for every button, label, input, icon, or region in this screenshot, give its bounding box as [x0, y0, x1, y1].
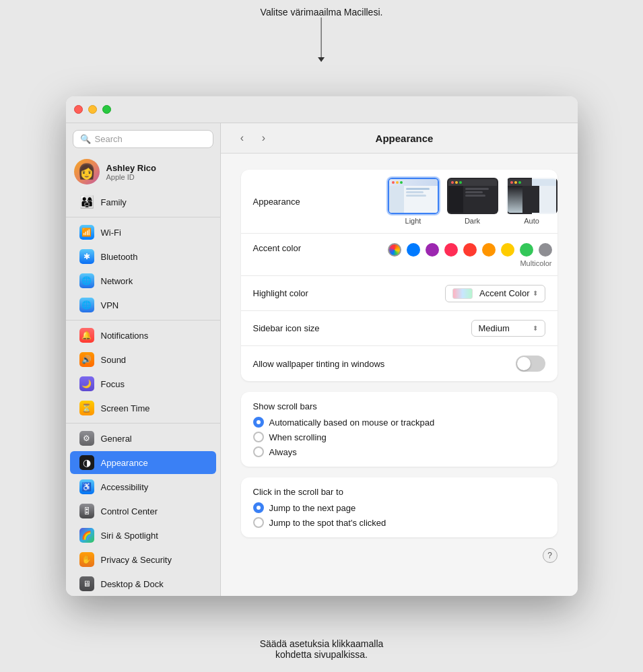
scroll-auto-radio[interactable]: [253, 417, 264, 428]
accent-red[interactable]: [463, 243, 477, 257]
accent-graphite[interactable]: [539, 243, 552, 257]
sidebar-profile[interactable]: 👩 Ashley Rico Apple ID: [66, 154, 220, 190]
wifi-icon: 📶: [79, 225, 94, 240]
sidebar-item-label-controlcenter: Control Center: [101, 506, 158, 516]
highlight-color-select[interactable]: Accent Color ⬍: [445, 285, 545, 302]
minimize-button[interactable]: [88, 105, 97, 114]
accent-blue[interactable]: [407, 243, 420, 257]
sidebar-item-label-desktop: Desktop & Dock: [101, 579, 164, 589]
scroll-always-radio[interactable]: [253, 446, 264, 457]
scroll-scrolling-radio[interactable]: [253, 432, 264, 442]
appearance-icon: ◑: [79, 455, 94, 470]
accent-sublabel: Multicolor: [520, 259, 551, 267]
divider2: [66, 320, 220, 321]
sidebar-icon-size-select[interactable]: Medium ⬍: [471, 320, 545, 337]
highlight-chevrons-icon: ⬍: [533, 290, 538, 297]
vpn-icon: 🌐: [79, 298, 94, 312]
nav-back-button[interactable]: ‹: [234, 130, 250, 146]
sidebar-item-wifi[interactable]: 📶 Wi-Fi: [70, 221, 216, 244]
desktop-icon: 🖥: [79, 576, 94, 591]
click-next-page-label: Jump to the next page: [269, 503, 356, 513]
sidebar-item-desktop[interactable]: 🖥 Desktop & Dock: [70, 572, 216, 595]
notifications-icon: 🔔: [79, 328, 94, 343]
privacy-icon: ✋: [79, 552, 94, 567]
appearance-thumb-dark[interactable]: [447, 178, 498, 214]
nav-forward-button[interactable]: ›: [256, 130, 272, 146]
click-spot-radio[interactable]: [253, 517, 264, 528]
accent-color-control: Multicolor: [388, 243, 552, 267]
appearance-thumb-auto[interactable]: [506, 178, 557, 214]
toggle-knob: [517, 357, 531, 370]
wallpaper-tinting-control: [516, 356, 545, 372]
sidebar-item-label-wifi: Wi-Fi: [101, 228, 121, 238]
maximize-button[interactable]: [102, 105, 111, 114]
accent-purple[interactable]: [426, 243, 439, 257]
family-icon: 👨‍👩‍👧: [79, 195, 94, 209]
help-button[interactable]: ?: [543, 548, 557, 563]
scroll-auto-label: Automatically based on mouse or trackpad: [269, 417, 435, 428]
content-header: ‹ › Appearance: [221, 123, 578, 154]
accent-colors: Multicolor: [388, 243, 552, 267]
sidebar-item-label-general: General: [101, 434, 132, 444]
appearance-section: Appearance: [241, 170, 557, 381]
scroll-always-option[interactable]: Always: [253, 446, 545, 457]
highlight-color-value: Accent Color: [479, 288, 529, 298]
sidebar-item-focus[interactable]: 🌙 Focus: [70, 372, 216, 395]
appearance-options-control: Light: [388, 178, 557, 225]
click-next-page-radio[interactable]: [253, 502, 264, 513]
sidebar-item-controlcenter[interactable]: 🎛 Control Center: [70, 500, 216, 523]
sidebar-item-privacy[interactable]: ✋ Privacy & Security: [70, 548, 216, 571]
sidebar-icon-size-row: Sidebar icon size Medium ⬍: [241, 311, 557, 346]
sidebar-item-label-siri: Siri & Spotlight: [101, 531, 158, 541]
divider3: [66, 423, 220, 424]
click-spot-option[interactable]: Jump to the spot that's clicked: [253, 517, 545, 528]
scroll-always-label: Always: [269, 447, 297, 457]
network-icon: 🌐: [79, 273, 94, 288]
search-box[interactable]: 🔍 Search: [73, 130, 213, 148]
sidebar-item-appearance[interactable]: ◑ Appearance: [70, 451, 216, 474]
close-button[interactable]: [74, 105, 83, 114]
sidebar-item-sound[interactable]: 🔊 Sound: [70, 348, 216, 371]
controlcenter-icon: 🎛: [79, 504, 94, 518]
scroll-scrolling-option[interactable]: When scrolling: [253, 432, 545, 442]
click-spot-label: Jump to the spot that's clicked: [269, 518, 386, 528]
appearance-thumb-light[interactable]: [388, 178, 439, 214]
accent-color-swatches: [388, 243, 552, 257]
sidebar-item-label-vpn: VPN: [101, 300, 119, 310]
appearance-option-light[interactable]: Light: [388, 178, 439, 225]
content-title: Appearance: [277, 133, 532, 144]
scroll-bars-label: Show scroll bars: [253, 401, 545, 411]
accent-yellow[interactable]: [501, 243, 514, 257]
sidebar-item-bluetooth[interactable]: ✱ Bluetooth: [70, 245, 216, 268]
sidebar-item-accessibility[interactable]: ♿ Accessibility: [70, 475, 216, 498]
sidebar-item-general[interactable]: ⚙ General: [70, 427, 216, 450]
divider: [66, 217, 220, 217]
sidebar-item-family[interactable]: 👨‍👩‍👧 Family: [70, 191, 216, 213]
scroll-scrolling-label: When scrolling: [269, 432, 327, 442]
sidebar-icon-size-value: Medium: [479, 323, 510, 333]
appearance-option-dark[interactable]: Dark: [447, 178, 498, 225]
sidebar-item-network[interactable]: 🌐 Network: [70, 269, 216, 292]
accent-color-label: Accent color: [253, 243, 388, 253]
appearance-row: Appearance: [241, 170, 557, 234]
scroll-auto-option[interactable]: Automatically based on mouse or trackpad: [253, 417, 545, 428]
highlight-preview: [452, 288, 473, 299]
click-next-page-option[interactable]: Jump to the next page: [253, 502, 545, 513]
appearance-option-auto[interactable]: Auto: [506, 178, 557, 225]
sidebar-item-notifications[interactable]: 🔔 Notifications: [70, 324, 216, 347]
avatar: 👩: [74, 159, 100, 184]
sidebar-item-label-screentime: Screen Time: [101, 403, 150, 413]
bluetooth-icon: ✱: [79, 249, 94, 264]
sidebar-item-screentime[interactable]: ⏳ Screen Time: [70, 397, 216, 419]
sidebar-item-siri[interactable]: 🌈 Siri & Spotlight: [70, 524, 216, 547]
accent-green[interactable]: [520, 243, 533, 257]
accent-orange[interactable]: [482, 243, 496, 257]
wallpaper-tinting-toggle[interactable]: [516, 356, 545, 372]
sidebar-item-vpn[interactable]: 🌐 VPN: [70, 294, 216, 316]
accent-multicolor[interactable]: [388, 243, 401, 257]
highlight-color-row: Highlight color Accent Color ⬍: [241, 276, 557, 311]
scroll-bars-section: Show scroll bars Automatically based on …: [241, 392, 557, 467]
traffic-lights: [74, 105, 111, 114]
highlight-color-control: Accent Color ⬍: [388, 285, 545, 302]
accent-pink[interactable]: [444, 243, 458, 257]
